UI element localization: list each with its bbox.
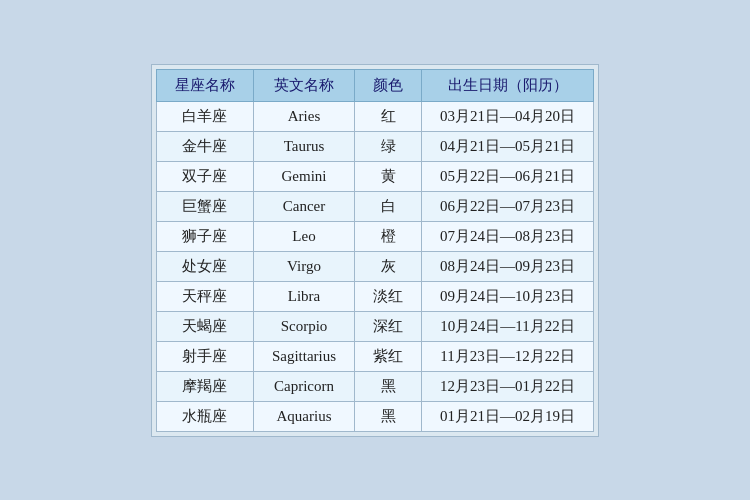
zodiac-table-container: 星座名称 英文名称 颜色 出生日期（阳历） 白羊座Aries红03月21日—04…: [151, 64, 599, 437]
cell-chinese-name: 双子座: [156, 161, 253, 191]
cell-chinese-name: 狮子座: [156, 221, 253, 251]
cell-color: 橙: [355, 221, 422, 251]
header-chinese-name: 星座名称: [156, 69, 253, 101]
cell-dates: 03月21日—04月20日: [422, 101, 594, 131]
cell-dates: 07月24日—08月23日: [422, 221, 594, 251]
cell-color: 黑: [355, 371, 422, 401]
cell-chinese-name: 巨蟹座: [156, 191, 253, 221]
table-row: 摩羯座Capricorn黑12月23日—01月22日: [156, 371, 593, 401]
cell-english-name: Taurus: [253, 131, 354, 161]
table-row: 处女座Virgo灰08月24日—09月23日: [156, 251, 593, 281]
cell-chinese-name: 天蝎座: [156, 311, 253, 341]
table-row: 狮子座Leo橙07月24日—08月23日: [156, 221, 593, 251]
cell-english-name: Aries: [253, 101, 354, 131]
cell-dates: 06月22日—07月23日: [422, 191, 594, 221]
cell-color: 淡红: [355, 281, 422, 311]
cell-chinese-name: 天秤座: [156, 281, 253, 311]
cell-dates: 10月24日—11月22日: [422, 311, 594, 341]
cell-chinese-name: 白羊座: [156, 101, 253, 131]
header-dates: 出生日期（阳历）: [422, 69, 594, 101]
table-row: 白羊座Aries红03月21日—04月20日: [156, 101, 593, 131]
cell-english-name: Scorpio: [253, 311, 354, 341]
cell-color: 深红: [355, 311, 422, 341]
cell-dates: 05月22日—06月21日: [422, 161, 594, 191]
table-row: 双子座Gemini黄05月22日—06月21日: [156, 161, 593, 191]
cell-english-name: Sagittarius: [253, 341, 354, 371]
table-row: 金牛座Taurus绿04月21日—05月21日: [156, 131, 593, 161]
cell-english-name: Capricorn: [253, 371, 354, 401]
table-row: 巨蟹座Cancer白06月22日—07月23日: [156, 191, 593, 221]
table-row: 天蝎座Scorpio深红10月24日—11月22日: [156, 311, 593, 341]
cell-english-name: Cancer: [253, 191, 354, 221]
table-row: 射手座Sagittarius紫红11月23日—12月22日: [156, 341, 593, 371]
zodiac-table: 星座名称 英文名称 颜色 出生日期（阳历） 白羊座Aries红03月21日—04…: [156, 69, 594, 432]
table-header-row: 星座名称 英文名称 颜色 出生日期（阳历）: [156, 69, 593, 101]
header-english-name: 英文名称: [253, 69, 354, 101]
table-body: 白羊座Aries红03月21日—04月20日金牛座Taurus绿04月21日—0…: [156, 101, 593, 431]
cell-dates: 01月21日—02月19日: [422, 401, 594, 431]
cell-chinese-name: 金牛座: [156, 131, 253, 161]
cell-color: 黑: [355, 401, 422, 431]
cell-color: 紫红: [355, 341, 422, 371]
cell-dates: 08月24日—09月23日: [422, 251, 594, 281]
cell-color: 绿: [355, 131, 422, 161]
cell-color: 黄: [355, 161, 422, 191]
cell-color: 白: [355, 191, 422, 221]
cell-english-name: Gemini: [253, 161, 354, 191]
cell-dates: 09月24日—10月23日: [422, 281, 594, 311]
cell-color: 红: [355, 101, 422, 131]
cell-dates: 12月23日—01月22日: [422, 371, 594, 401]
table-row: 水瓶座Aquarius黑01月21日—02月19日: [156, 401, 593, 431]
cell-english-name: Aquarius: [253, 401, 354, 431]
cell-chinese-name: 摩羯座: [156, 371, 253, 401]
cell-english-name: Leo: [253, 221, 354, 251]
cell-color: 灰: [355, 251, 422, 281]
cell-chinese-name: 处女座: [156, 251, 253, 281]
cell-english-name: Libra: [253, 281, 354, 311]
table-row: 天秤座Libra淡红09月24日—10月23日: [156, 281, 593, 311]
cell-dates: 11月23日—12月22日: [422, 341, 594, 371]
cell-chinese-name: 射手座: [156, 341, 253, 371]
cell-english-name: Virgo: [253, 251, 354, 281]
header-color: 颜色: [355, 69, 422, 101]
cell-dates: 04月21日—05月21日: [422, 131, 594, 161]
cell-chinese-name: 水瓶座: [156, 401, 253, 431]
